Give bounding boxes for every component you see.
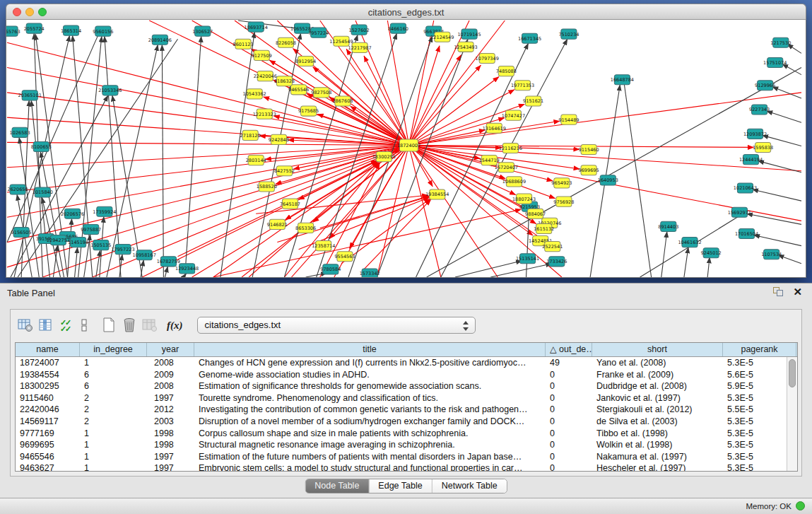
column-header-year[interactable]: year [147,343,194,356]
graph-edge[interactable] [754,235,801,246]
table-cell[interactable]: 9463627 [16,462,80,472]
graph-node[interactable]: 12444194 [739,155,763,165]
table-cell[interactable]: Wolkin et al. (1998) [592,439,723,451]
graph-node[interactable]: 9154489 [558,115,579,124]
table-cell[interactable]: Hescheler et al. (1997) [592,462,723,472]
table-cell[interactable]: 5.9E-5 [723,380,796,392]
graph-node[interactable]: 2620650 [8,185,28,194]
graph-node[interactable]: 1573342 [360,269,380,277]
graph-edge[interactable] [7,68,409,146]
graph-node[interactable]: 9827508 [311,88,331,98]
table-cell[interactable]: 5.3E-5 [723,451,796,463]
table-cell[interactable]: 0 [546,451,592,463]
graph-edge[interactable] [490,264,552,277]
graph-edge[interactable] [7,42,409,145]
graph-node[interactable]: 16648784 [611,75,634,85]
table-cell[interactable]: 5.6E-5 [723,369,796,381]
graph-node[interactable]: 8914403 [658,221,678,231]
graph-node[interactable]: 17016504 [735,228,758,238]
table-cell[interactable]: Dudbridge et al. (2008) [592,380,723,392]
graph-node[interactable]: 9227343 [749,105,770,115]
table-cell[interactable]: 5.3E-5 [723,357,796,369]
table-cell[interactable]: 1998 [147,439,194,451]
function-icon[interactable]: f(x) [167,320,183,332]
graph-node[interactable]: 8601123 [233,39,254,49]
graph-edge[interactable] [661,231,667,277]
graph-edge[interactable] [707,257,710,277]
graph-edge[interactable] [284,163,379,277]
table-cell[interactable]: 18300295 [16,380,80,392]
table-cell[interactable]: Jankovic et al. (1997) [592,392,723,404]
graph-node[interactable]: 1265763 [6,26,20,36]
table-row[interactable]: 911546021997Tourette syndrome. Phenomeno… [16,392,787,404]
graph-node[interactable]: 21053346 [98,86,122,95]
graph-edge[interactable] [162,45,163,277]
graph-node[interactable]: 10688609 [502,177,526,187]
table-cell[interactable]: Estimation of the future numbers of pati… [194,451,546,463]
graph-node[interactable]: 20206576 [61,209,84,218]
graph-edge[interactable] [192,21,409,145]
table-cell[interactable]: 0 [546,392,592,404]
table-cell[interactable]: 5.3E-5 [723,428,796,440]
table-row[interactable]: 1456911722003Disruption of a novel membe… [16,416,787,428]
graph-node[interactable]: 9654923 [551,178,572,188]
table-cell[interactable]: Structural magnetic resonance image aver… [194,439,546,451]
table-cell[interactable]: 0 [546,369,592,381]
graph-node[interactable]: 17359924 [93,206,116,216]
table-cell[interactable]: 5.5E-5 [723,404,796,416]
graph-edge[interactable] [141,260,143,277]
column-header-out_de[interactable]: △ out_de… [546,343,592,356]
table-cell[interactable]: 0 [546,416,592,428]
column-header-name[interactable]: name [16,343,80,356]
table-cell[interactable]: Franke et al. (2009) [592,369,723,381]
table-cell[interactable]: 0 [546,404,592,416]
table-cell[interactable]: Tourette syndrome. Phenomenology and cla… [194,392,546,404]
graph-node[interactable]: 1595838 [753,142,773,152]
graph-edge[interactable] [772,87,801,98]
graph-node[interactable]: 2522541 [542,242,563,252]
graph-node[interactable]: 2867608 [332,96,353,106]
table-cell[interactable]: 1 [80,451,147,463]
graph-node[interactable]: 1544719 [479,156,500,165]
table-cell[interactable]: 2012 [147,404,194,416]
graph-node[interactable]: 1505135 [90,240,111,250]
graph-node[interactable]: 9175685 [298,106,319,116]
graph-node[interactable]: 9127509 [252,50,272,60]
graph-node[interactable]: 8226058 [276,37,296,47]
graph-node[interactable]: 1217530 [770,37,791,47]
graph-node[interactable]: 16782759 [157,257,180,267]
graph-node[interactable]: 9699695 [579,165,599,175]
table-selector-dropdown[interactable]: citations_edges.txt [197,317,476,334]
table-row[interactable]: 969969511998Structural magnetic resonanc… [16,439,787,451]
column-header-in_degree[interactable]: in_degree [80,343,147,356]
graph-edge[interactable] [7,145,409,192]
graph-node[interactable]: 1615132 [534,223,554,233]
table-cell[interactable]: 19384554 [16,369,80,381]
graph-node[interactable]: 10461632 [678,238,701,247]
graph-node[interactable]: 9554563 [334,252,355,262]
graph-node[interactable]: 9115460 [579,144,599,154]
table-cell[interactable]: Investigating the contribution of common… [194,404,546,416]
graph-node[interactable]: 18693714 [245,22,268,32]
graph-node[interactable]: 12358714 [312,241,335,251]
graph-node[interactable]: 9465546 [288,85,309,95]
table-cell[interactable]: 1 [80,439,147,451]
graph-edge[interactable] [758,161,801,173]
graph-node[interactable]: 15720407 [495,163,518,173]
table-cell[interactable]: 0 [546,380,592,392]
graph-node[interactable]: 1026583 [10,127,30,137]
table-scrollbar[interactable] [787,357,797,471]
graph-node[interactable]: 20365101 [18,90,42,100]
table-row[interactable]: 977716911998Corpus callosum shape and si… [16,428,787,440]
table-cell[interactable]: 2 [80,392,147,404]
table-row[interactable]: 2242004622012Investigating the contribut… [16,404,787,416]
graph-edge[interactable] [684,247,688,277]
table-cell[interactable]: Estimation of significance thresholds fo… [194,380,546,392]
table-cell[interactable]: Corpus callosum shape and size in male p… [194,428,546,440]
table-cell[interactable]: 49 [546,357,592,369]
table-cell[interactable]: 5.3E-5 [723,416,796,428]
graph-edge[interactable] [387,21,408,145]
column-header-pagerank[interactable]: pagerank [723,343,796,356]
column-header-short[interactable]: short [592,343,723,356]
select-column-icon[interactable] [37,316,55,334]
